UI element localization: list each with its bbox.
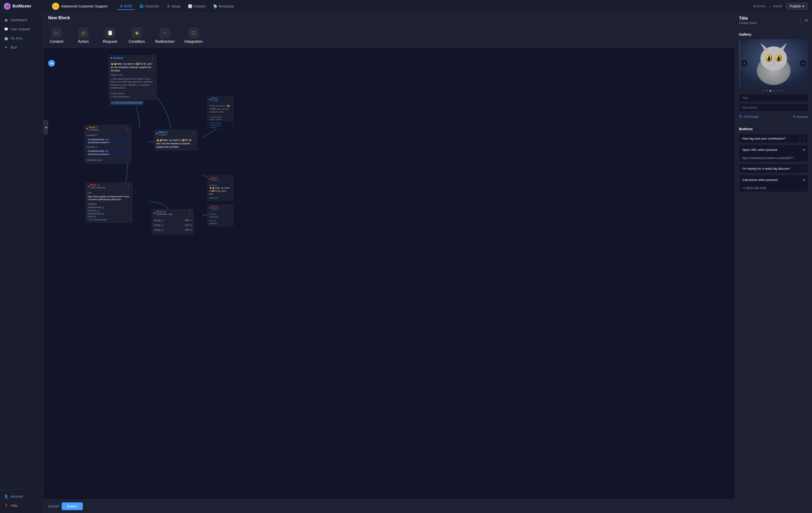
broadcast-icon: 📡 (213, 4, 217, 8)
gallery-dot-1[interactable] (766, 90, 768, 92)
gallery-prev-button[interactable]: ‹ (741, 60, 748, 67)
block-types-bar: ▷ Content ◎ Action 📋 Request ◈ Condition… (44, 24, 735, 48)
button-item-0[interactable]: How big was your contribution? ⋮⋮ (739, 134, 808, 143)
separator2 (96, 28, 97, 43)
tab-broadcast[interactable]: 📡 Broadcast (210, 3, 237, 10)
publish-button[interactable]: Publish ▾ (786, 3, 808, 10)
integration-type-label: Integration (184, 39, 203, 44)
cancel-button[interactable]: Cancel (48, 504, 59, 508)
gallery-actions: ↻ Add image ↻ Reorder (739, 114, 808, 119)
block-menu-main[interactable]: ⋮ (151, 56, 154, 60)
sidebar-toggle-button[interactable]: ◀ (48, 60, 55, 67)
canvas-connections (44, 48, 735, 499)
gallery-section: Gallery (735, 28, 812, 123)
button-expand-1[interactable] (803, 148, 805, 152)
content-type-icon: ▷ (51, 27, 62, 38)
button-item-2[interactable]: I'm hoping for a really big discount ⋮⋮ (739, 164, 808, 173)
sidebar-item-my-bots[interactable]: 🤖 My bots (0, 34, 43, 43)
gallery-description-input[interactable] (739, 103, 808, 112)
flow-block-right1[interactable]: Block_ Content Hello, my name is 🐯Tim🌻, … (207, 96, 234, 129)
gallery-dot-4[interactable] (776, 90, 778, 92)
buttons-section: Buttons How big was your contribution? ⋮… (735, 123, 812, 198)
button-url-row-1 (739, 154, 808, 162)
redirection-type-icon: ⟡ (160, 27, 170, 38)
button-phone-row-3 (739, 185, 808, 192)
tab-build[interactable]: ⊞ Build (117, 3, 135, 10)
block-menu-8[interactable]: ⋮ (188, 211, 192, 215)
canvas-toggle[interactable]: ◀ (44, 120, 48, 134)
action-type-icon: ◎ (78, 27, 89, 38)
content-type-label: Content (50, 39, 63, 44)
arrow-left-collapse-icon: ◀ (51, 62, 53, 65)
button-url-input-1[interactable] (742, 156, 805, 160)
add-button-button[interactable]: Button (62, 503, 83, 510)
gallery-next-button[interactable]: › (800, 60, 806, 67)
gallery-dot-5[interactable] (780, 90, 781, 92)
brand-logo-icon: 🟣 (4, 3, 10, 10)
panel-subtitle: Content block (739, 22, 757, 25)
add-image-button[interactable]: ↻ Add image (739, 114, 758, 119)
svg-point-2 (760, 47, 787, 70)
gallery-label: Gallery (739, 32, 808, 36)
sidebar-item-account[interactable]: 👤 Account (0, 492, 43, 501)
bot-avatar: 😊 (52, 3, 59, 10)
separator (70, 28, 70, 43)
canvas[interactable]: Content ⋮ 👋👋Hello, my name is 🐯Tim🌻, and… (44, 48, 735, 499)
button-expand-3[interactable] (803, 178, 805, 182)
block-type-integration[interactable]: ⬡ Integration (184, 27, 203, 44)
flow-block-7[interactable]: Block_7 Conditions ⋮ Condition 1 If [Att… (84, 125, 131, 164)
user-request-icon: 💬 (4, 27, 8, 31)
block-dot-8 (154, 212, 155, 214)
gallery-title-input[interactable] (739, 94, 808, 102)
block-type-request[interactable]: 📋 Request (102, 27, 118, 44)
sidebar-item-user-request[interactable]: 💬 User request (0, 25, 43, 34)
help-icon: ❓ (4, 503, 8, 508)
gallery-dot-3[interactable] (773, 90, 775, 92)
button-item-3[interactable]: Call phone when pressed (739, 175, 808, 185)
block-type-redirection[interactable]: ⟡ Redirection (155, 27, 175, 44)
sidebar: ▣ Dashboard 💬 User request 🤖 My bots ✦ N… (0, 12, 44, 513)
block-menu-1[interactable]: ⋮ (192, 131, 195, 135)
panel-menu-button[interactable]: ⋮ (798, 18, 803, 23)
block-dot-7 (86, 128, 88, 129)
gallery-dot-0[interactable] (763, 90, 764, 92)
setup-icon: ⚙ (167, 4, 170, 8)
flow-block-right2[interactable]: Block_ Data re... Question: 👋👋Hello, my … (207, 175, 234, 201)
bot-info: 😊 Advanced Customer Support (47, 3, 113, 10)
gallery-dot-6[interactable] (783, 90, 785, 92)
flow-block-8[interactable]: Block_8 Redirection: split ⋮ Group_1 40%… (152, 209, 194, 234)
flow-block-right3[interactable]: Block_ Actions... Perform: [Attribute] S… (207, 204, 234, 227)
block-type-condition[interactable]: ◈ Condition (128, 27, 145, 44)
button-label-2: I'm hoping for a really big discount (742, 167, 790, 170)
svg-point-11 (767, 56, 768, 58)
flow-block-4[interactable]: Block_4 Action webbook ⋮ URL https://fon… (86, 183, 133, 223)
flow-block-main[interactable]: Content ⋮ 👋👋Hello, my name is 🐯Tim🌻, and… (108, 55, 156, 106)
button-phone-input-3[interactable] (742, 186, 805, 190)
request-type-icon: 📋 (105, 27, 115, 38)
refresh-icon: ↻ (739, 114, 742, 119)
block-menu-4[interactable]: ⋮ (126, 185, 130, 188)
gallery-dot-2[interactable] (770, 90, 771, 92)
block-type-content[interactable]: ▷ Content (48, 27, 65, 44)
separator5 (179, 28, 180, 43)
sidebar-item-nlp[interactable]: ✦ NLP (0, 43, 43, 52)
sidebar-item-help[interactable]: ❓ Help (0, 501, 43, 510)
tab-setup[interactable]: ⚙ Setup (164, 3, 184, 10)
panel-close-button[interactable]: ✕ (805, 18, 808, 23)
block-type-action[interactable]: ◎ Action (75, 27, 92, 44)
reorder-button[interactable]: ↻ Reorder (793, 114, 808, 119)
sidebar-bottom: 👤 Account ❓ Help (0, 490, 43, 510)
tab-channels[interactable]: 🌐 Channels (136, 3, 163, 10)
chevron-down-icon: ▾ (802, 4, 804, 8)
tab-analyze[interactable]: 📊 Analyze (185, 3, 209, 10)
block-menu-7[interactable]: ⋮ (125, 127, 129, 131)
panel-header: Title Content block ⋮ ✕ (735, 12, 812, 28)
flow-block-1[interactable]: Block_1 Content ⋮ 👋👋Hello, my name is 🐯T… (154, 130, 198, 150)
my-bots-icon: 🤖 (4, 36, 8, 40)
separator4 (150, 28, 150, 43)
nav-right: Errors ✓ Saved Publish ▾ (754, 3, 808, 10)
button-item-1[interactable]: Open URL when pressed (739, 145, 808, 155)
sidebar-item-dashboard[interactable]: ▣ Dashboard (0, 16, 43, 25)
canvas-wrapper: New Block ▷ Content ◎ Action 📋 Request ◈… (44, 12, 735, 513)
block-dot-main (111, 57, 112, 59)
